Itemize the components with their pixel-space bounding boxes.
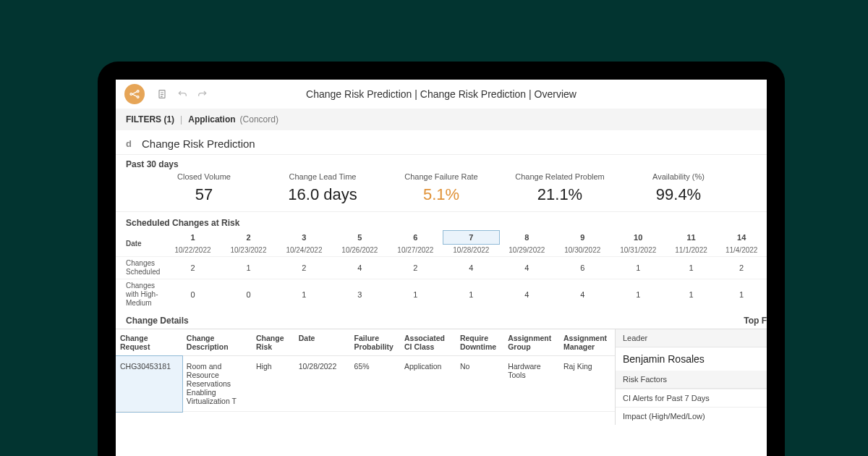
svg-point-1 [137, 90, 139, 93]
col-description[interactable]: Change Description [182, 329, 252, 356]
col-ci-class[interactable]: Associated CI Class [400, 329, 456, 356]
schedule-col[interactable]: 5 [332, 231, 388, 244]
row-label: Changes with High-Medium [116, 279, 165, 311]
cell[interactable]: 2 [716, 257, 767, 279]
cell-date: 10/28/2022 [294, 356, 350, 412]
cell[interactable]: 1 [388, 279, 443, 311]
schedule-col[interactable]: 8 [499, 231, 555, 244]
schedule-col[interactable]: 14 [716, 231, 767, 244]
leader-label: Leader [616, 329, 767, 347]
cell-description: Room and Resource Reservations Enabling … [182, 356, 252, 412]
cell[interactable]: 1 [443, 279, 499, 311]
filter-value[interactable]: (Concord) [240, 114, 278, 124]
cell[interactable]: 1 [610, 279, 666, 311]
table-row: Changes Scheduled 2 1 2 4 2 4 4 6 1 1 2 [116, 257, 767, 279]
cell[interactable]: 4 [443, 257, 499, 279]
filter-bar: FILTERS (1) | Application (Concord) [116, 109, 767, 130]
undo-icon[interactable] [175, 87, 190, 101]
cell[interactable]: 0 [165, 279, 221, 311]
schedule-date: 10/23/2022 [221, 244, 276, 257]
cell[interactable]: 1 [666, 279, 717, 311]
breadcrumb-c[interactable]: Overview [535, 88, 576, 100]
cell[interactable]: 1 [666, 257, 717, 279]
breadcrumb-a[interactable]: Change Risk Prediction [306, 88, 412, 100]
schedule-col[interactable]: 1 [165, 231, 221, 244]
filter-key[interactable]: Application [188, 114, 235, 124]
cell[interactable]: 4 [332, 257, 388, 279]
kpi-value: 5.1% [382, 185, 501, 204]
schedule-date: 10/27/2022 [388, 244, 443, 257]
schedule-date: 10/29/2022 [499, 244, 555, 257]
cell[interactable]: 6 [555, 257, 610, 279]
breadcrumb: Change Risk Prediction | Change Risk Pre… [306, 88, 576, 100]
cell[interactable]: 2 [165, 257, 221, 279]
redo-icon[interactable] [195, 87, 210, 101]
col-manager[interactable]: Assignment Manager [559, 329, 615, 356]
schedule-title: Scheduled Changes at Risk [116, 212, 767, 231]
app-screen: Change Risk Prediction | Change Risk Pre… [116, 80, 767, 456]
col-request[interactable]: Change Request [116, 329, 182, 356]
schedule-date: 10/30/2022 [555, 244, 610, 257]
kpi-value: 57 [145, 185, 263, 204]
filter-count[interactable]: FILTERS (1) [126, 114, 174, 124]
period-label: Past 30 days [116, 155, 767, 171]
kpi-label: Availability (%) [619, 172, 738, 181]
schedule-col[interactable]: 6 [388, 231, 443, 244]
cell[interactable]: 1 [610, 257, 666, 279]
schedule-date: 10/31/2022 [610, 244, 666, 257]
details-header-row: Change Request Change Description Change… [116, 329, 615, 356]
cell[interactable]: 1 [221, 257, 276, 279]
schedule-col[interactable]: 2 [221, 231, 276, 244]
col-downtime[interactable]: Require Downtime [456, 329, 503, 356]
cell[interactable]: 3 [332, 279, 388, 311]
schedule-date-row: 10/22/2022 10/23/2022 10/24/2022 10/26/2… [116, 244, 767, 257]
kpi-failure-rate[interactable]: Change Failure Rate 5.1% [382, 172, 501, 204]
cell[interactable]: 1 [276, 279, 332, 311]
clipboard-icon[interactable] [155, 87, 169, 101]
cell[interactable]: 4 [555, 279, 610, 311]
cell[interactable]: 2 [276, 257, 332, 279]
cell[interactable]: 4 [499, 279, 555, 311]
col-probability[interactable]: Failure Probability [350, 329, 400, 356]
schedule-col[interactable]: 11 [666, 231, 717, 244]
table-row[interactable]: CHG30453181 Room and Resource Reservatio… [116, 356, 615, 412]
header-toolbar [155, 87, 210, 101]
details-left: Change Request Change Description Change… [116, 329, 615, 425]
app-logo[interactable] [124, 84, 145, 104]
schedule-count-row: Date 1 2 3 5 6 7 8 9 10 11 14 [116, 231, 767, 244]
leader-value[interactable]: Benjamin Rosales [616, 347, 767, 371]
cell[interactable]: 2 [388, 257, 443, 279]
risk-factor-item[interactable]: Impact (High/Med/Low) [616, 407, 767, 425]
svg-point-0 [130, 93, 132, 96]
breadcrumb-b[interactable]: Change Risk Prediction [420, 88, 526, 100]
page-title: Change Risk Prediction [142, 138, 255, 150]
col-group[interactable]: Assignment Group [503, 329, 559, 356]
cell-manager: Raj King [559, 356, 615, 412]
cell[interactable]: 4 [499, 257, 555, 279]
kpi-value: 99.4% [619, 185, 738, 204]
schedule-col[interactable]: 3 [276, 231, 332, 244]
risk-factor-item[interactable]: CI Alerts for Past 7 Days [616, 389, 767, 407]
col-date[interactable]: Date [294, 329, 350, 356]
cell-downtime: No [456, 356, 503, 412]
kpi-label: Change Failure Rate [382, 172, 501, 181]
details-wrap: Change Request Change Description Change… [116, 329, 767, 425]
filter-sep: | [180, 114, 182, 124]
schedule-col[interactable]: 10 [610, 231, 666, 244]
kpi-lead-time[interactable]: Change Lead Time 16.0 days [263, 172, 382, 204]
schedule-col-selected[interactable]: 7 [443, 231, 499, 244]
kpi-row: Closed Volume 57 Change Lead Time 16.0 d… [116, 171, 767, 212]
kpi-related-problem[interactable]: Change Related Problem 21.1% [501, 172, 619, 204]
cell[interactable]: 0 [221, 279, 276, 311]
change-details-table: Change Request Change Description Change… [116, 329, 615, 412]
kpi-availability[interactable]: Availability (%) 99.4% [619, 172, 738, 204]
cell-request[interactable]: CHG30453181 [116, 356, 182, 412]
schedule-col[interactable]: 9 [555, 231, 610, 244]
kpi-closed-volume[interactable]: Closed Volume 57 [145, 172, 263, 204]
col-risk[interactable]: Change Risk [252, 329, 294, 356]
cell[interactable]: 1 [716, 279, 767, 311]
top-panel-title: Top F [744, 310, 767, 329]
kpi-label: Change Related Problem [501, 172, 619, 181]
cell-risk: High [252, 356, 294, 412]
page-title-row: d Change Risk Prediction [116, 130, 767, 155]
